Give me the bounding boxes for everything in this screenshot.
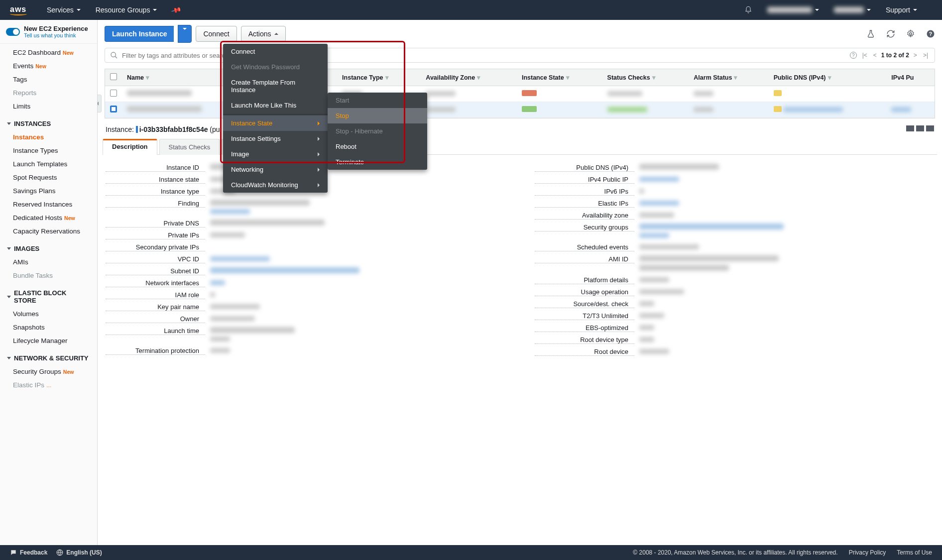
sidebar-collapse-handle[interactable]: [98, 95, 102, 112]
sidebar-item-reserved-instances[interactable]: Reserved Instances: [0, 198, 97, 211]
new-experience-toggle[interactable]: [6, 28, 20, 36]
connect-button[interactable]: Connect: [196, 26, 236, 42]
menu-get-windows-password: Get Windows Password: [223, 59, 328, 75]
menu-instance-state[interactable]: Instance State: [223, 115, 328, 131]
caret-down-icon: [77, 9, 81, 11]
submenu-stop[interactable]: Stop: [328, 108, 427, 123]
resource-groups-menu[interactable]: Resource Groups: [96, 6, 157, 14]
account-menu[interactable]: [834, 7, 871, 13]
services-menu[interactable]: Services: [47, 6, 81, 14]
sidebar-item-events[interactable]: EventsNew: [0, 59, 97, 73]
account-region[interactable]: [767, 7, 819, 13]
caret-down-icon: [153, 9, 157, 11]
submenu-stop-hibernate: Stop - Hibernate: [328, 123, 427, 139]
pager-prev[interactable]: <: [872, 52, 878, 59]
instance-id: i-03b33bfabb1f8c54e: [139, 125, 208, 133]
svg-point-0: [910, 33, 912, 35]
new-experience-title: New EC2 Experience: [24, 25, 88, 32]
sidebar-item-reports[interactable]: Reports: [0, 86, 97, 100]
submenu-start: Start: [328, 93, 427, 108]
tab-description[interactable]: Description: [103, 139, 157, 155]
col-alarm-status[interactable]: Alarm Status▾: [689, 69, 768, 86]
menu-connect[interactable]: Connect: [223, 44, 328, 59]
sidebar-item-elastic-ips[interactable]: Elastic IPs…: [0, 378, 97, 392]
menu-instance-settings[interactable]: Instance Settings: [223, 131, 328, 146]
layout-2-icon[interactable]: [916, 125, 924, 131]
refresh-icon[interactable]: [886, 29, 895, 38]
row-checkbox[interactable]: [110, 90, 117, 97]
sidebar-item-limits[interactable]: Limits: [0, 100, 97, 113]
pin-icon[interactable]: 📌: [171, 4, 182, 15]
sidebar-item-instances[interactable]: Instances: [0, 130, 97, 144]
search-icon: [110, 51, 118, 59]
sidebar: New EC2 Experience Tell us what you thin…: [0, 20, 98, 545]
sidebar-item-volumes[interactable]: Volumes: [0, 307, 97, 321]
sidebar-item-snapshots[interactable]: Snapshots: [0, 321, 97, 334]
filter-help-icon[interactable]: ?: [850, 52, 857, 59]
pager: |< < 1 to 2 of 2 > >|: [861, 52, 930, 59]
submenu-terminate[interactable]: Terminate: [328, 154, 427, 170]
sidebar-item-dedicated-hosts[interactable]: Dedicated HostsNew: [0, 211, 97, 224]
sidebar-head-images[interactable]: IMAGES: [0, 242, 97, 255]
menu-image[interactable]: Image: [223, 146, 328, 162]
triangle-down-icon: [7, 122, 11, 125]
sidebar-item-bundle-tasks[interactable]: Bundle Tasks: [0, 269, 97, 282]
row-checkbox[interactable]: [110, 106, 117, 112]
pager-text: 1 to 2 of 2: [881, 52, 909, 59]
sidebar-item-capacity-reservations[interactable]: Capacity Reservations: [0, 224, 97, 238]
new-experience-feedback-link[interactable]: Tell us what you think: [24, 32, 88, 38]
sidebar-item-tags[interactable]: Tags: [0, 73, 97, 86]
layout-3-icon[interactable]: [926, 125, 934, 131]
sidebar-item-dashboard[interactable]: EC2 DashboardNew: [0, 46, 97, 59]
sidebar-head-instances[interactable]: INSTANCES: [0, 117, 97, 130]
select-all-checkbox[interactable]: [110, 73, 117, 80]
menu-launch-more[interactable]: Launch More Like This: [223, 98, 328, 113]
sidebar-item-instance-types[interactable]: Instance Types: [0, 144, 97, 157]
col-ipv4[interactable]: IPv4 Pu: [886, 69, 935, 86]
menu-cloudwatch-monitoring[interactable]: CloudWatch Monitoring: [223, 177, 328, 193]
help-icon[interactable]: ?: [926, 29, 935, 38]
col-availability-zone[interactable]: Availability Zone▾: [421, 69, 517, 86]
svg-text:?: ?: [929, 31, 932, 37]
actions-menu: Connect Get Windows Password Create Temp…: [223, 44, 328, 193]
pager-next[interactable]: >: [912, 52, 919, 59]
support-menu[interactable]: Support: [886, 6, 917, 14]
sidebar-item-amis[interactable]: AMIs: [0, 255, 97, 269]
col-status-checks[interactable]: Status Checks▾: [602, 69, 689, 86]
submenu-reboot[interactable]: Reboot: [328, 139, 427, 154]
sidebar-item-launch-templates[interactable]: Launch Templates: [0, 157, 97, 171]
main-panel: Launch Instance Connect Actions ? ? |< <…: [98, 20, 942, 545]
launch-instance-dropdown[interactable]: [178, 25, 192, 43]
sidebar-item-savings-plans[interactable]: Savings Plans: [0, 184, 97, 198]
new-experience-toggle-row: New EC2 Experience Tell us what you thin…: [0, 20, 97, 44]
pager-last[interactable]: >|: [922, 52, 930, 59]
detail-body: Instance ID Instance state Instance type…: [98, 155, 942, 531]
aws-logo[interactable]: aws: [10, 5, 27, 15]
tab-status-checks[interactable]: Status Checks: [159, 139, 220, 155]
experiment-icon[interactable]: [866, 29, 875, 38]
actions-button[interactable]: Actions: [241, 26, 286, 42]
sidebar-item-lifecycle-manager[interactable]: Lifecycle Manager: [0, 334, 97, 347]
menu-create-template[interactable]: Create Template From Instance: [223, 75, 328, 98]
sidebar-head-ebs[interactable]: ELASTIC BLOCK STORE: [0, 286, 97, 307]
settings-icon[interactable]: [906, 29, 915, 38]
col-instance-type[interactable]: Instance Type▾: [337, 69, 421, 86]
instance-state-submenu: Start Stop Stop - Hibernate Reboot Termi…: [328, 93, 427, 170]
sidebar-item-spot-requests[interactable]: Spot Requests: [0, 171, 97, 184]
notifications-icon[interactable]: [744, 6, 752, 14]
layout-1-icon[interactable]: [906, 125, 914, 131]
col-instance-state[interactable]: Instance State▾: [517, 69, 602, 86]
svg-point-3: [111, 52, 116, 57]
pager-first[interactable]: |<: [861, 52, 869, 59]
launch-instance-button[interactable]: Launch Instance: [105, 26, 174, 42]
sidebar-head-network-security[interactable]: NETWORK & SECURITY: [0, 351, 97, 365]
col-public-dns[interactable]: Public DNS (IPv4)▾: [769, 69, 887, 86]
global-nav: aws Services Resource Groups 📌 Support: [0, 0, 942, 20]
sidebar-item-security-groups[interactable]: Security GroupsNew: [0, 365, 97, 378]
menu-networking[interactable]: Networking: [223, 162, 328, 177]
